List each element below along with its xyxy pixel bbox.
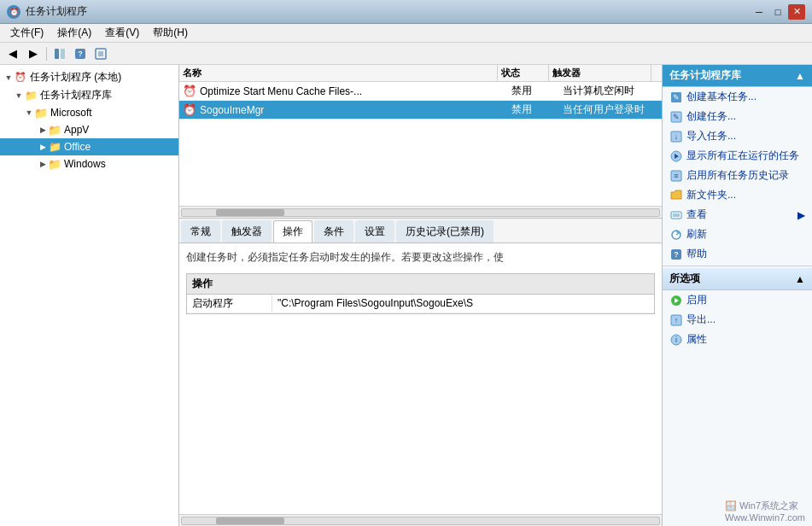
- tree-item-root[interactable]: ▼ ⏰ 任务计划程序 (本地): [0, 68, 178, 86]
- forward-button[interactable]: ▶: [24, 45, 43, 62]
- task-list-scroll-track[interactable]: [181, 208, 660, 217]
- tree-item-office[interactable]: ▶ 📁 Office: [0, 138, 178, 155]
- right-action-label-create: 创建任务...: [686, 109, 736, 124]
- title-bar: ⏰ 任务计划程序 ─ □ ✕: [0, 0, 812, 24]
- task-cell-status-2: 禁用: [508, 102, 559, 117]
- tree-expand-library[interactable]: ▼: [14, 91, 24, 101]
- tree-expand-windows[interactable]: ▶: [38, 159, 48, 169]
- action-content: 创建任务时，必须指定任务启动时发生的操作。若要更改这些操作，使 操作 启动程序 …: [179, 243, 662, 514]
- right-panel: 任务计划程序库 ▲ ✎ 创建基本任务... ✎ 创建任务... ↓ 导入任务..…: [663, 65, 812, 526]
- help-toolbar-button[interactable]: ?: [71, 45, 90, 62]
- col-header-status: 状态: [498, 65, 549, 81]
- right-action-label-enable-history: 启用所有任务历史记录: [686, 168, 789, 183]
- main-container: ▼ ⏰ 任务计划程序 (本地) ▼ 📁 任务计划程序库 ▼ 📁 Microsof…: [0, 65, 812, 526]
- tree-item-appv[interactable]: ▶ 📁 AppV: [0, 121, 178, 138]
- microsoft-folder-icon: 📁: [34, 106, 48, 120]
- svg-text:i: i: [675, 336, 677, 344]
- enable-icon: [669, 294, 683, 307]
- svg-rect-0: [55, 49, 59, 59]
- menu-file[interactable]: 文件(F): [3, 24, 50, 42]
- root-clock-icon: ⏰: [14, 71, 27, 85]
- tree-item-microsoft[interactable]: ▼ 📁 Microsoft: [0, 104, 178, 121]
- tree-expand-appv[interactable]: ▶: [38, 125, 48, 135]
- right-action-properties[interactable]: i 属性: [663, 330, 812, 349]
- task-row[interactable]: ⏰ SogouImeMgr 禁用 当任何用户登录时: [179, 101, 662, 120]
- right-action-view[interactable]: 查看 ▶: [663, 205, 812, 225]
- extra-toolbar-button[interactable]: [91, 45, 110, 62]
- right-action-label-show-running: 显示所有正在运行的任务: [686, 149, 799, 163]
- tab-history[interactable]: 历史记录(已禁用): [396, 220, 494, 243]
- toolbar: ◀ ▶ ?: [0, 43, 812, 65]
- menu-bar: 文件(F) 操作(A) 查看(V) 帮助(H): [0, 24, 812, 43]
- create-icon: ✎: [669, 110, 683, 124]
- task-row[interactable]: ⏰ Optimize Start Menu Cache Files-... 禁用…: [179, 82, 662, 101]
- task-icon-1: ⏰: [183, 85, 196, 97]
- action-description: 创建任务时，必须指定任务启动时发生的操作。若要更改这些操作，使: [186, 250, 655, 265]
- menu-help[interactable]: 帮助(H): [146, 24, 195, 42]
- right-section-title-1: 任务计划程序库: [669, 68, 741, 83]
- svg-rect-1: [61, 49, 65, 59]
- right-action-export[interactable]: ↑ 导出...: [663, 310, 812, 330]
- right-action-new-folder[interactable]: 新文件夹...: [663, 185, 812, 205]
- task-list-scroll-thumb[interactable]: [216, 209, 284, 216]
- tree-item-library[interactable]: ▼ 📁 任务计划程序库: [0, 86, 178, 104]
- right-action-label-new-folder: 新文件夹...: [686, 188, 736, 202]
- action-row[interactable]: 启动程序 "C:\Program Files\SogouInput\SogouE…: [187, 295, 654, 313]
- task-icon-2: ⏰: [183, 103, 196, 116]
- center-bottom-scrollbar: [179, 514, 662, 526]
- center-scroll-track[interactable]: [181, 517, 660, 525]
- right-action-help[interactable]: ? 帮助: [663, 244, 812, 264]
- tab-condition[interactable]: 条件: [314, 220, 353, 243]
- menu-view[interactable]: 查看(V): [98, 24, 146, 42]
- svg-text:≡: ≡: [674, 172, 678, 180]
- svg-text:?: ?: [674, 250, 679, 259]
- right-action-label-import: 导入任务...: [686, 129, 736, 143]
- right-action-import[interactable]: ↓ 导入任务...: [663, 126, 812, 146]
- right-action-refresh[interactable]: 刷新: [663, 225, 812, 244]
- tree-item-windows[interactable]: ▶ 📁 Windows: [0, 155, 178, 172]
- right-action-create[interactable]: ✎ 创建任务...: [663, 107, 812, 126]
- show-hide-button[interactable]: [50, 45, 69, 62]
- app-icon: ⏰: [7, 5, 20, 19]
- back-button[interactable]: ◀: [3, 45, 22, 62]
- svg-rect-18: [671, 212, 681, 219]
- tab-trigger[interactable]: 触发器: [222, 220, 272, 243]
- right-action-label-enable: 启用: [686, 293, 707, 307]
- right-action-enable-history[interactable]: ≡ 启用所有任务历史记录: [663, 166, 812, 185]
- right-action-create-basic[interactable]: ✎ 创建基本任务...: [663, 87, 812, 107]
- tree-expand-office[interactable]: ▶: [38, 142, 48, 152]
- task-list-scrollbar: [179, 206, 662, 218]
- tree-expand-microsoft[interactable]: ▼: [24, 108, 34, 118]
- tree-label-root: 任务计划程序 (本地): [30, 70, 121, 85]
- tab-action[interactable]: 操作: [273, 220, 313, 243]
- center-scroll-thumb[interactable]: [216, 517, 284, 524]
- task-cell-name-1: ⏰ Optimize Start Menu Cache Files-...: [179, 85, 508, 97]
- task-list-body: ⏰ Optimize Start Menu Cache Files-... 禁用…: [179, 82, 662, 206]
- toolbar-separator-1: [46, 47, 47, 61]
- tree-expand-root[interactable]: ▼: [3, 73, 14, 83]
- close-button[interactable]: ✕: [788, 4, 805, 20]
- maximize-button[interactable]: □: [769, 4, 786, 20]
- minimize-button[interactable]: ─: [751, 4, 768, 20]
- right-action-show-running[interactable]: 显示所有正在运行的任务: [663, 146, 812, 166]
- view-icon: [669, 208, 683, 222]
- svg-text:✎: ✎: [673, 93, 680, 102]
- task-cell-trigger-1: 当计算机空闲时: [559, 84, 662, 98]
- svg-text:✎: ✎: [673, 113, 680, 121]
- right-action-enable[interactable]: 启用: [663, 290, 812, 310]
- tab-settings[interactable]: 设置: [355, 220, 394, 243]
- right-section-header-2[interactable]: 所选项 ▲: [663, 268, 812, 290]
- office-folder-icon: 📁: [48, 140, 61, 154]
- svg-text:?: ?: [78, 50, 83, 58]
- refresh-icon: [669, 228, 683, 242]
- right-section-header-1[interactable]: 任务计划程序库 ▲: [663, 65, 812, 87]
- import-icon: ↓: [669, 130, 683, 143]
- col-header-name: 名称: [179, 65, 498, 81]
- properties-icon: i: [669, 333, 683, 347]
- help-toolbar-icon: ?: [74, 48, 86, 60]
- menu-action[interactable]: 操作(A): [50, 24, 98, 42]
- right-action-label-export: 导出...: [686, 313, 716, 327]
- tab-general[interactable]: 常规: [181, 220, 220, 243]
- right-separator: [663, 266, 812, 266]
- svg-text:↑: ↑: [675, 316, 679, 324]
